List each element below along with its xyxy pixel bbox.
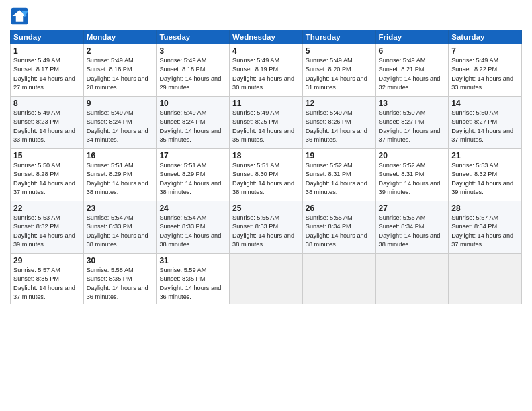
calendar-cell: 27 Sunrise: 5:56 AM Sunset: 8:34 PM Dayl… (375, 201, 449, 254)
sunrise-label: Sunrise: 5:57 AM (13, 267, 60, 273)
calendar-cell: 6 Sunrise: 5:49 AM Sunset: 8:21 PM Dayli… (375, 44, 449, 97)
sunset-label: Sunset: 8:18 PM (159, 66, 205, 73)
daylight-label: Daylight: 14 hours and 30 minutes. (232, 75, 294, 91)
calendar-cell: 29 Sunrise: 5:57 AM Sunset: 8:35 PM Dayl… (11, 254, 84, 304)
sunrise-label: Sunrise: 5:52 AM (306, 162, 353, 169)
sunset-label: Sunset: 8:28 PM (13, 171, 59, 177)
cell-info: Sunrise: 5:49 AM Sunset: 8:17 PM Dayligh… (13, 56, 81, 92)
sunrise-label: Sunrise: 5:55 AM (232, 214, 279, 221)
day-number: 7 (451, 46, 519, 56)
cell-info: Sunrise: 5:58 AM Sunset: 8:35 PM Dayligh… (87, 266, 154, 302)
cell-info: Sunrise: 5:50 AM Sunset: 8:27 PM Dayligh… (451, 109, 519, 144)
cell-info: Sunrise: 5:59 AM Sunset: 8:35 PM Dayligh… (159, 266, 226, 302)
day-number: 21 (451, 151, 519, 161)
daylight-label: Daylight: 14 hours and 39 minutes. (379, 180, 441, 195)
daylight-label: Daylight: 14 hours and 33 minutes. (13, 128, 75, 143)
cell-info: Sunrise: 5:53 AM Sunset: 8:32 PM Dayligh… (13, 214, 81, 249)
calendar-cell: 20 Sunrise: 5:52 AM Sunset: 8:31 PM Dayl… (375, 149, 449, 201)
day-header-thursday: Thursday (302, 30, 375, 44)
daylight-label: Daylight: 14 hours and 37 minutes. (13, 285, 75, 300)
sunset-label: Sunset: 8:29 PM (159, 171, 205, 177)
sunrise-label: Sunrise: 5:51 AM (232, 162, 279, 169)
daylight-label: Daylight: 14 hours and 38 minutes. (159, 232, 221, 248)
sunrise-label: Sunrise: 5:54 AM (87, 214, 134, 221)
sunrise-label: Sunrise: 5:54 AM (159, 214, 206, 221)
calendar-cell: 22 Sunrise: 5:53 AM Sunset: 8:32 PM Dayl… (11, 201, 84, 254)
daylight-label: Daylight: 14 hours and 36 minutes. (159, 285, 221, 300)
day-header-row: SundayMondayTuesdayWednesdayThursdayFrid… (11, 30, 522, 44)
daylight-label: Daylight: 14 hours and 27 minutes. (13, 75, 75, 91)
sunset-label: Sunset: 8:35 PM (159, 275, 205, 282)
calendar-cell: 3 Sunrise: 5:49 AM Sunset: 8:18 PM Dayli… (157, 44, 230, 97)
day-number: 22 (13, 203, 81, 213)
sunrise-label: Sunrise: 5:49 AM (13, 109, 60, 116)
day-number: 8 (13, 99, 81, 108)
day-header-saturday: Saturday (449, 30, 522, 44)
cell-info: Sunrise: 5:55 AM Sunset: 8:33 PM Dayligh… (232, 214, 300, 249)
week-row-1: 1 Sunrise: 5:49 AM Sunset: 8:17 PM Dayli… (11, 44, 522, 97)
sunset-label: Sunset: 8:17 PM (13, 66, 59, 73)
calendar-cell: 19 Sunrise: 5:52 AM Sunset: 8:31 PM Dayl… (302, 149, 375, 201)
cell-info: Sunrise: 5:49 AM Sunset: 8:18 PM Dayligh… (87, 56, 154, 92)
cell-info: Sunrise: 5:49 AM Sunset: 8:26 PM Dayligh… (306, 109, 373, 144)
cell-info: Sunrise: 5:52 AM Sunset: 8:31 PM Dayligh… (306, 161, 373, 197)
calendar-cell: 1 Sunrise: 5:49 AM Sunset: 8:17 PM Dayli… (11, 44, 84, 97)
sunset-label: Sunset: 8:34 PM (306, 223, 351, 230)
cell-info: Sunrise: 5:50 AM Sunset: 8:27 PM Dayligh… (379, 109, 446, 144)
cell-info: Sunrise: 5:53 AM Sunset: 8:32 PM Dayligh… (451, 161, 519, 197)
daylight-label: Daylight: 14 hours and 37 minutes. (451, 232, 513, 248)
cell-info: Sunrise: 5:52 AM Sunset: 8:31 PM Dayligh… (379, 161, 446, 197)
sunset-label: Sunset: 8:24 PM (159, 118, 205, 125)
calendar-cell: 13 Sunrise: 5:50 AM Sunset: 8:27 PM Dayl… (375, 97, 449, 149)
day-number: 27 (379, 203, 446, 213)
sunrise-label: Sunrise: 5:50 AM (379, 109, 426, 116)
day-header-wednesday: Wednesday (230, 30, 303, 44)
header (10, 7, 522, 26)
day-number: 9 (87, 99, 154, 108)
day-header-monday: Monday (83, 30, 157, 44)
sunrise-label: Sunrise: 5:49 AM (451, 57, 498, 64)
sunrise-label: Sunrise: 5:55 AM (306, 214, 353, 221)
day-number: 10 (159, 99, 226, 108)
calendar-cell: 26 Sunrise: 5:55 AM Sunset: 8:34 PM Dayl… (302, 201, 375, 254)
main-container: SundayMondayTuesdayWednesdayThursdayFrid… (0, 0, 532, 411)
sunrise-label: Sunrise: 5:49 AM (306, 57, 353, 64)
cell-info: Sunrise: 5:49 AM Sunset: 8:21 PM Dayligh… (379, 56, 446, 92)
calendar-cell: 14 Sunrise: 5:50 AM Sunset: 8:27 PM Dayl… (449, 97, 522, 149)
day-number: 29 (13, 256, 81, 265)
calendar-cell: 25 Sunrise: 5:55 AM Sunset: 8:33 PM Dayl… (230, 201, 303, 254)
daylight-label: Daylight: 14 hours and 36 minutes. (87, 285, 148, 300)
daylight-label: Daylight: 14 hours and 38 minutes. (232, 232, 294, 248)
sunrise-label: Sunrise: 5:57 AM (451, 214, 498, 221)
day-header-tuesday: Tuesday (157, 30, 230, 44)
sunset-label: Sunset: 8:20 PM (306, 66, 351, 73)
day-number: 18 (232, 151, 300, 161)
daylight-label: Daylight: 14 hours and 38 minutes. (87, 232, 148, 248)
calendar-cell: 17 Sunrise: 5:51 AM Sunset: 8:29 PM Dayl… (157, 149, 230, 201)
sunrise-label: Sunrise: 5:49 AM (232, 57, 279, 64)
sunrise-label: Sunrise: 5:50 AM (451, 109, 498, 116)
daylight-label: Daylight: 14 hours and 38 minutes. (306, 180, 367, 195)
sunrise-label: Sunrise: 5:49 AM (379, 57, 426, 64)
cell-info: Sunrise: 5:49 AM Sunset: 8:22 PM Dayligh… (451, 56, 519, 92)
sunrise-label: Sunrise: 5:49 AM (306, 109, 353, 116)
daylight-label: Daylight: 14 hours and 33 minutes. (451, 75, 513, 91)
calendar-cell (230, 254, 303, 304)
day-number: 11 (232, 99, 300, 108)
day-number: 2 (87, 46, 154, 56)
cell-info: Sunrise: 5:50 AM Sunset: 8:28 PM Dayligh… (13, 161, 81, 197)
sunset-label: Sunset: 8:33 PM (232, 223, 278, 230)
calendar-cell: 12 Sunrise: 5:49 AM Sunset: 8:26 PM Dayl… (302, 97, 375, 149)
day-number: 6 (379, 46, 446, 56)
calendar-table: SundayMondayTuesdayWednesdayThursdayFrid… (10, 30, 522, 304)
daylight-label: Daylight: 14 hours and 37 minutes. (379, 128, 441, 143)
week-row-4: 22 Sunrise: 5:53 AM Sunset: 8:32 PM Dayl… (11, 201, 522, 254)
day-number: 19 (306, 151, 373, 161)
cell-info: Sunrise: 5:49 AM Sunset: 8:23 PM Dayligh… (13, 109, 81, 144)
cell-info: Sunrise: 5:54 AM Sunset: 8:33 PM Dayligh… (159, 214, 226, 249)
daylight-label: Daylight: 14 hours and 28 minutes. (87, 75, 148, 91)
sunrise-label: Sunrise: 5:58 AM (87, 267, 134, 273)
sunrise-label: Sunrise: 5:59 AM (159, 267, 206, 273)
cell-info: Sunrise: 5:51 AM Sunset: 8:29 PM Dayligh… (87, 161, 154, 197)
sunrise-label: Sunrise: 5:56 AM (379, 214, 426, 221)
